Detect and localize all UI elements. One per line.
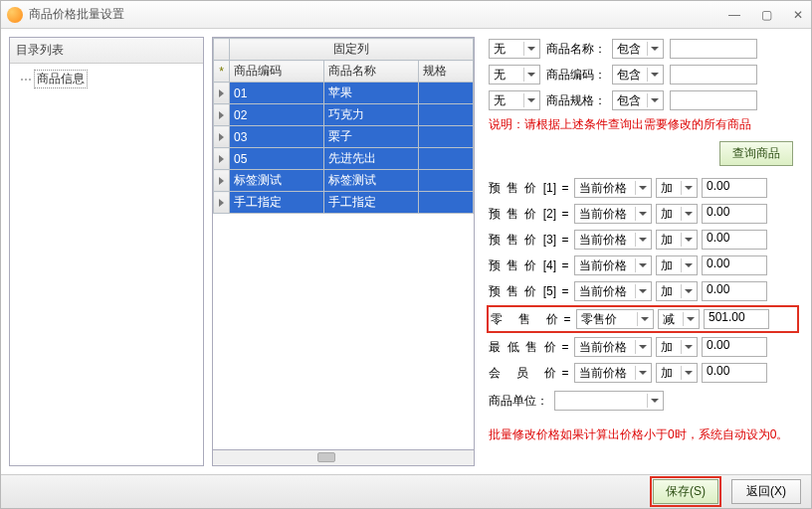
equals-sign: = bbox=[560, 284, 570, 298]
query-button[interactable]: 查询商品 bbox=[719, 141, 793, 166]
filter-spec-label: 商品规格： bbox=[546, 92, 606, 109]
table-row[interactable]: 标签测试标签测试 bbox=[214, 170, 474, 192]
table-row[interactable]: 01苹果 bbox=[214, 83, 474, 104]
grid-star-header: * bbox=[214, 61, 230, 83]
unit-select[interactable] bbox=[554, 391, 664, 411]
grid-col-name[interactable]: 商品名称 bbox=[324, 61, 419, 83]
cell-spec[interactable] bbox=[419, 104, 474, 126]
cell-code[interactable]: 标签测试 bbox=[230, 170, 324, 192]
cell-name[interactable]: 标签测试 bbox=[324, 170, 419, 192]
price-value-input[interactable]: 0.00 bbox=[702, 255, 767, 275]
cell-code[interactable]: 手工指定 bbox=[230, 192, 324, 214]
window-title: 商品价格批量设置 bbox=[29, 6, 727, 23]
filter-name-mode[interactable]: 无 bbox=[489, 39, 540, 59]
price-label: 零 售 价 bbox=[491, 311, 558, 328]
price-base-select[interactable]: 当前价格 bbox=[574, 281, 652, 301]
filter-code-mode[interactable]: 无 bbox=[489, 65, 540, 85]
cell-spec[interactable] bbox=[419, 170, 474, 192]
price-row-presale4: 预售价[4]=当前价格加0.00 bbox=[489, 255, 797, 275]
price-op-select[interactable]: 加 bbox=[656, 204, 698, 224]
grid-col-spec[interactable]: 规格 bbox=[419, 61, 474, 83]
cell-spec[interactable] bbox=[419, 148, 474, 170]
filter-code-input[interactable] bbox=[670, 65, 757, 85]
cell-code[interactable]: 01 bbox=[230, 83, 324, 104]
cell-code[interactable]: 05 bbox=[230, 148, 324, 170]
scrollbar-thumb[interactable] bbox=[317, 452, 335, 462]
grid-hscrollbar[interactable] bbox=[212, 450, 475, 466]
cell-name[interactable]: 苹果 bbox=[324, 83, 419, 104]
price-op-select[interactable]: 加 bbox=[656, 230, 698, 250]
table-row[interactable]: 02巧克力 bbox=[214, 104, 474, 126]
cell-code[interactable]: 03 bbox=[230, 126, 324, 148]
grid-fixed-header: 固定列 bbox=[230, 39, 474, 61]
filter-spec-mode[interactable]: 无 bbox=[489, 90, 540, 110]
cell-name[interactable]: 手工指定 bbox=[324, 192, 419, 214]
filter-name-input[interactable] bbox=[670, 39, 757, 59]
grid-panel: 固定列 * 商品编码 商品名称 规格 01苹果02巧克力03栗子05先进先出标签… bbox=[212, 37, 475, 466]
cell-spec[interactable] bbox=[419, 83, 474, 104]
price-row-presale1: 预售价[1]=当前价格加0.00 bbox=[489, 178, 797, 198]
price-base-select[interactable]: 当前价格 bbox=[574, 337, 652, 357]
price-row-presale2: 预售价[2]=当前价格加0.00 bbox=[489, 204, 797, 224]
price-value-input[interactable]: 0.00 bbox=[702, 281, 767, 301]
grid-corner bbox=[214, 39, 230, 61]
tree-item-label: 商品信息 bbox=[34, 70, 88, 88]
price-row-presale5: 预售价[5]=当前价格加0.00 bbox=[489, 281, 797, 301]
filter-name-label: 商品名称： bbox=[546, 41, 606, 58]
equals-sign: = bbox=[560, 233, 570, 247]
equals-sign: = bbox=[560, 366, 570, 380]
price-value-input[interactable]: 0.00 bbox=[702, 178, 767, 198]
form-panel: 无 商品名称： 包含 无 商品编码： 包含 无 商品规格： 包含 bbox=[483, 37, 803, 466]
close-icon[interactable]: ✕ bbox=[791, 8, 805, 22]
cell-name[interactable]: 巧克力 bbox=[324, 104, 419, 126]
price-base-select[interactable]: 当前价格 bbox=[574, 178, 652, 198]
maximize-icon[interactable]: ▢ bbox=[759, 8, 773, 22]
save-button[interactable]: 保存(S) bbox=[653, 479, 718, 504]
price-value-input[interactable]: 0.00 bbox=[702, 204, 767, 224]
minimize-icon[interactable]: — bbox=[727, 8, 741, 22]
cell-name[interactable]: 先进先出 bbox=[324, 148, 419, 170]
table-row[interactable]: 05先进先出 bbox=[214, 148, 474, 170]
price-op-select[interactable]: 加 bbox=[656, 178, 698, 198]
content: 目录列表 ⋯ 商品信息 固定列 * 商品编码 商品名称 规格 bbox=[1, 29, 811, 474]
back-button[interactable]: 返回(X) bbox=[731, 479, 801, 504]
product-grid[interactable]: 固定列 * 商品编码 商品名称 规格 01苹果02巧克力03栗子05先进先出标签… bbox=[213, 38, 474, 214]
price-op-select[interactable]: 加 bbox=[656, 337, 698, 357]
price-op-select[interactable]: 加 bbox=[656, 255, 698, 275]
tree-item-product-info[interactable]: ⋯ 商品信息 bbox=[10, 64, 203, 94]
app-icon bbox=[7, 7, 23, 23]
price-op-select[interactable]: 加 bbox=[656, 363, 698, 383]
cell-spec[interactable] bbox=[419, 126, 474, 148]
price-base-select[interactable]: 当前价格 bbox=[574, 230, 652, 250]
price-label: 预售价[1] bbox=[489, 180, 556, 197]
filter-spec-input[interactable] bbox=[670, 90, 757, 110]
tree-header: 目录列表 bbox=[10, 38, 203, 64]
equals-sign: = bbox=[560, 340, 570, 354]
price-footnote: 批量修改价格如果计算出价格小于0时，系统自动设为0。 bbox=[489, 426, 797, 443]
cell-code[interactable]: 02 bbox=[230, 104, 324, 126]
grid-col-code[interactable]: 商品编码 bbox=[230, 61, 324, 83]
price-op-select[interactable]: 减 bbox=[658, 309, 700, 329]
cell-name[interactable]: 栗子 bbox=[324, 126, 419, 148]
filter-name-contain[interactable]: 包含 bbox=[612, 39, 664, 59]
filter-code-contain[interactable]: 包含 bbox=[612, 65, 664, 85]
price-base-select[interactable]: 当前价格 bbox=[574, 204, 652, 224]
table-row[interactable]: 手工指定手工指定 bbox=[214, 192, 474, 214]
price-base-select[interactable]: 当前价格 bbox=[574, 363, 652, 383]
price-value-input[interactable]: 0.00 bbox=[702, 337, 767, 357]
price-row-minprice: 最低售价=当前价格加0.00 bbox=[489, 337, 797, 357]
price-label: 预售价[3] bbox=[489, 232, 556, 249]
filter-note: 说明：请根据上述条件查询出需要修改的所有商品 bbox=[489, 116, 797, 133]
price-base-select[interactable]: 零售价 bbox=[576, 309, 654, 329]
price-value-input[interactable]: 501.00 bbox=[704, 309, 769, 329]
price-label: 会 员 价 bbox=[489, 365, 556, 382]
footer: 保存(S) 返回(X) bbox=[1, 474, 811, 508]
price-value-input[interactable]: 0.00 bbox=[702, 363, 767, 383]
price-base-select[interactable]: 当前价格 bbox=[574, 255, 652, 275]
price-op-select[interactable]: 加 bbox=[656, 281, 698, 301]
table-row[interactable]: 03栗子 bbox=[214, 126, 474, 148]
cell-spec[interactable] bbox=[419, 192, 474, 214]
filter-spec-contain[interactable]: 包含 bbox=[612, 90, 664, 110]
price-label: 预售价[2] bbox=[489, 206, 556, 223]
price-value-input[interactable]: 0.00 bbox=[702, 230, 767, 250]
